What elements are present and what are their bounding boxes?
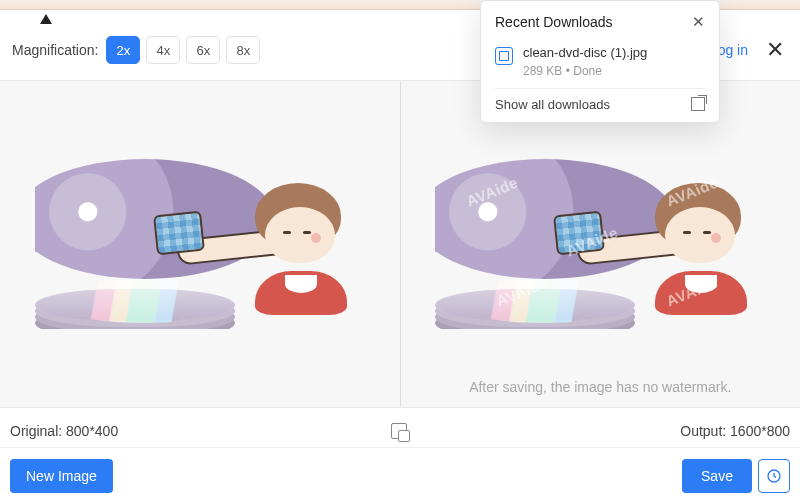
logo-fragment xyxy=(40,14,60,24)
footer-bar: New Image Save xyxy=(0,448,800,504)
save-button[interactable]: Save xyxy=(682,459,752,493)
download-meta: 289 KB • Done xyxy=(523,64,647,78)
download-item-text: clean-dvd-disc (1).jpg 289 KB • Done xyxy=(523,45,647,78)
magnification-2x-button[interactable]: 2x xyxy=(106,36,140,64)
downloads-panel: Recent Downloads ✕ clean-dvd-disc (1).jp… xyxy=(480,0,720,123)
magnification-group: 2x 4x 6x 8x xyxy=(106,36,260,64)
output-dimensions: Output: 1600*800 xyxy=(680,423,790,439)
magnification-label: Magnification: xyxy=(12,42,98,58)
watermark-hint: After saving, the image has no watermark… xyxy=(401,379,801,395)
downloads-close-icon[interactable]: ✕ xyxy=(692,13,705,31)
file-image-icon xyxy=(495,47,513,65)
preview-canvas: AVAide AVAide AVAide AVAide AVAide After… xyxy=(0,80,800,408)
login-link[interactable]: og in xyxy=(718,42,748,58)
original-image xyxy=(35,159,365,329)
downloads-footer: Show all downloads xyxy=(495,88,705,112)
toolbar-right: og in ✕ xyxy=(718,39,788,61)
close-icon[interactable]: ✕ xyxy=(762,39,788,61)
downloads-header: Recent Downloads ✕ xyxy=(495,13,705,31)
history-icon[interactable] xyxy=(758,459,790,493)
magnification-4x-button[interactable]: 4x xyxy=(146,36,180,64)
compare-icon[interactable] xyxy=(391,423,407,439)
show-all-downloads-link[interactable]: Show all downloads xyxy=(495,97,610,112)
download-item[interactable]: clean-dvd-disc (1).jpg 289 KB • Done xyxy=(495,41,705,88)
original-dimensions: Original: 800*400 xyxy=(10,423,118,439)
new-image-button[interactable]: New Image xyxy=(10,459,113,493)
output-image: AVAide AVAide AVAide AVAide AVAide xyxy=(435,159,765,329)
download-filename: clean-dvd-disc (1).jpg xyxy=(523,45,647,62)
original-pane xyxy=(0,81,401,407)
magnification-8x-button[interactable]: 8x xyxy=(226,36,260,64)
magnification-6x-button[interactable]: 6x xyxy=(186,36,220,64)
open-external-icon[interactable] xyxy=(691,97,705,111)
status-bar: Original: 800*400 Output: 1600*800 xyxy=(0,414,800,448)
downloads-title: Recent Downloads xyxy=(495,14,613,30)
output-pane: AVAide AVAide AVAide AVAide AVAide After… xyxy=(401,81,801,407)
